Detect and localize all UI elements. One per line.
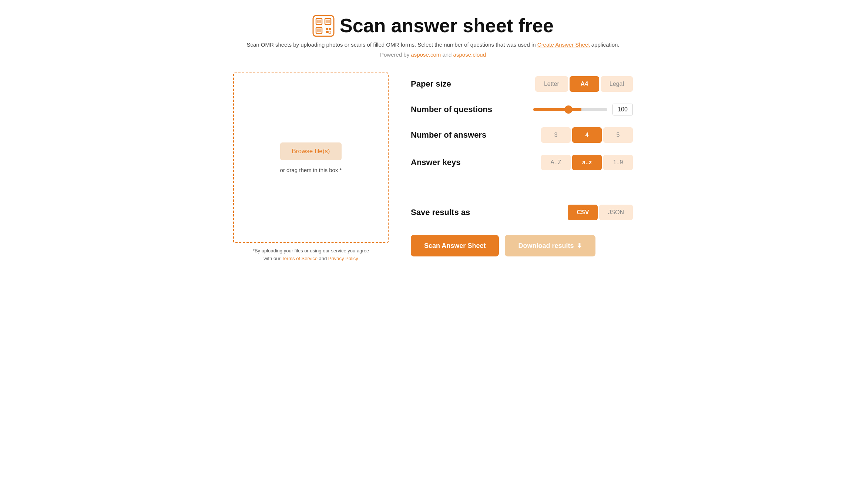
num-questions-row: Number of questions 100 [411, 104, 633, 115]
paper-size-a4[interactable]: A4 [570, 76, 599, 92]
svg-rect-8 [317, 20, 321, 23]
drag-drop-text: or drag them in this box * [280, 167, 342, 173]
answers-group: 3 4 5 [541, 127, 633, 143]
paper-size-label: Paper size [411, 79, 492, 89]
svg-rect-6 [326, 31, 328, 33]
divider [411, 186, 633, 186]
svg-rect-7 [329, 31, 331, 33]
format-csv[interactable]: CSV [568, 205, 598, 220]
answer-keys-row: Answer keys A..Z a..z 1..9 [411, 155, 633, 170]
paper-size-row: Paper size Letter A4 Legal [411, 76, 633, 92]
upload-section: Browse file(s) or drag them in this box … [233, 73, 389, 263]
upload-note: *By uploading your files or using our se… [233, 247, 389, 263]
format-json[interactable]: JSON [599, 205, 633, 220]
tos-link[interactable]: Terms of Service [282, 256, 318, 261]
questions-slider[interactable] [533, 108, 607, 111]
save-results-label: Save results as [411, 208, 492, 217]
download-results-label: Download results [518, 242, 574, 250]
save-results-row: Save results as CSV JSON [411, 205, 633, 220]
svg-rect-10 [317, 28, 321, 32]
paper-size-group: Letter A4 Legal [535, 76, 633, 92]
action-buttons: Scan Answer Sheet Download results ⬇ [411, 235, 633, 256]
num-answers-row: Number of answers 3 4 5 [411, 127, 633, 143]
paper-size-legal[interactable]: Legal [601, 76, 633, 92]
page-title: Scan answer sheet free [340, 15, 554, 36]
scan-answer-sheet-button[interactable]: Scan Answer Sheet [411, 235, 499, 256]
main-content: Browse file(s) or drag them in this box … [233, 73, 633, 263]
page-header: Scan answer sheet free Scan OMR sheets b… [233, 15, 633, 58]
answer-key-lower[interactable]: a..z [572, 155, 602, 170]
answers-5[interactable]: 5 [603, 127, 633, 143]
answer-keys-label: Answer keys [411, 158, 492, 167]
aspose-com-link[interactable]: aspose.com [411, 51, 441, 58]
privacy-policy-link[interactable]: Privacy Policy [328, 256, 358, 261]
browse-files-button[interactable]: Browse file(s) [280, 142, 342, 160]
paper-size-letter[interactable]: Letter [535, 76, 568, 92]
powered-by: Powered by aspose.com and aspose.cloud [233, 51, 633, 58]
questions-value: 100 [612, 104, 633, 115]
aspose-cloud-link[interactable]: aspose.cloud [453, 51, 486, 58]
svg-rect-4 [326, 28, 328, 30]
upload-dropzone[interactable]: Browse file(s) or drag them in this box … [233, 73, 389, 243]
subtitle: Scan OMR sheets by uploading photos or s… [233, 41, 633, 48]
create-answer-sheet-link[interactable]: Create Answer Sheet [537, 41, 590, 48]
num-answers-label: Number of answers [411, 130, 492, 140]
questions-slider-container: 100 [533, 104, 633, 115]
answer-key-numeric[interactable]: 1..9 [603, 155, 633, 170]
num-questions-label: Number of questions [411, 105, 492, 114]
answer-key-upper[interactable]: A..Z [541, 155, 571, 170]
answer-keys-group: A..Z a..z 1..9 [541, 155, 633, 170]
answers-3[interactable]: 3 [541, 127, 571, 143]
download-icon: ⬇ [577, 242, 582, 250]
svg-rect-5 [329, 28, 331, 30]
download-results-button[interactable]: Download results ⬇ [505, 235, 595, 256]
save-format-group: CSV JSON [568, 205, 633, 220]
controls-section: Paper size Letter A4 Legal Number of que… [411, 73, 633, 256]
omr-icon [312, 15, 335, 37]
svg-rect-9 [326, 20, 330, 23]
answers-4[interactable]: 4 [572, 127, 602, 143]
